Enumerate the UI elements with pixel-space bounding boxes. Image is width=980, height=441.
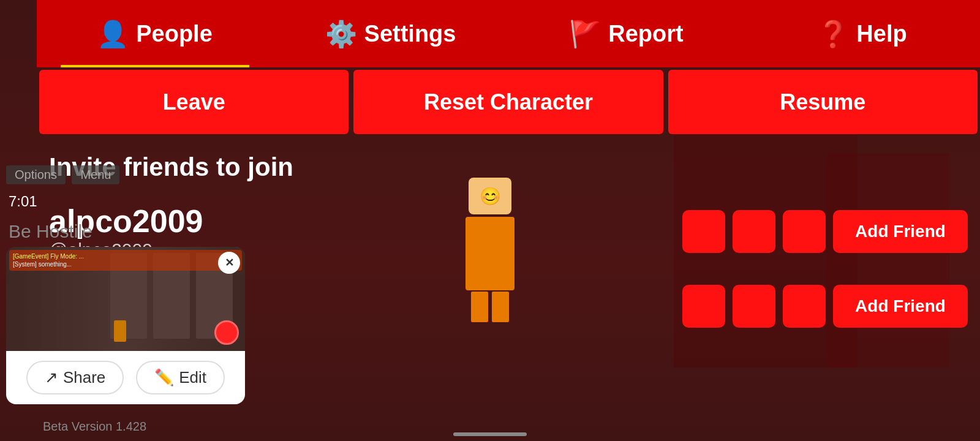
screenshot-actions: ↗ Share ✏️ Edit <box>6 351 245 404</box>
player-actions: Add Friend <box>682 210 968 253</box>
share-icon: ↗ <box>45 368 58 387</box>
edit-button[interactable]: ✏️ Edit <box>136 361 225 394</box>
hostile-label: Be Hostile <box>6 221 123 242</box>
record-button[interactable] <box>214 320 239 345</box>
player-action-btn-3[interactable] <box>783 210 826 253</box>
nav-people-label: People <box>136 21 213 47</box>
edit-label: Edit <box>179 368 206 387</box>
beta-version: Beta Version 1.428 <box>43 420 146 434</box>
invite-text: Invite friends to join <box>49 146 974 188</box>
player-action-btn-2[interactable] <box>733 210 775 253</box>
nav-bar: 👤 People ⚙️ Settings 🚩 Report ❓ Help <box>37 0 980 67</box>
add-friend-button-2[interactable]: Add Friend <box>833 285 968 328</box>
nav-settings[interactable]: ⚙️ Settings <box>273 0 508 67</box>
share-label: Share <box>63 368 105 387</box>
screenshot-close-button[interactable]: ✕ <box>218 252 240 274</box>
screenshot-overlay: [GameEvent] Fly Mode: ... [System] somet… <box>9 250 242 271</box>
screenshot-card: [GameEvent] Fly Mode: ... [System] somet… <box>6 247 245 351</box>
menu-label[interactable]: Menu <box>72 165 119 184</box>
player2-action-btn-3[interactable] <box>783 285 826 328</box>
nav-settings-label: Settings <box>364 21 456 47</box>
nav-report[interactable]: 🚩 Report <box>508 0 744 67</box>
time-label: 7:01 <box>6 193 123 210</box>
screenshot-inner: [GameEvent] Fly Mode: ... [System] somet… <box>6 247 245 351</box>
options-label[interactable]: Options <box>6 165 66 184</box>
nav-people[interactable]: 👤 People <box>37 0 273 67</box>
settings-icon: ⚙️ <box>325 19 357 49</box>
help-icon: ❓ <box>817 19 849 49</box>
action-row: Leave Reset Character Resume <box>37 70 980 134</box>
screenshot-image: [GameEvent] Fly Mode: ... [System] somet… <box>6 247 245 351</box>
resume-button[interactable]: Resume <box>668 70 978 134</box>
screenshot-popup: [GameEvent] Fly Mode: ... [System] somet… <box>6 247 245 404</box>
nav-help[interactable]: ❓ Help <box>744 0 980 67</box>
people-icon: 👤 <box>97 19 129 49</box>
nav-report-label: Report <box>608 21 683 47</box>
player2-action-btn-1[interactable] <box>682 285 725 328</box>
share-button[interactable]: ↗ Share <box>26 361 124 394</box>
player-actions-2: Add Friend <box>682 285 968 328</box>
player-action-btn-1[interactable] <box>682 210 725 253</box>
reset-character-button[interactable]: Reset Character <box>353 70 663 134</box>
bottom-bar <box>453 432 527 436</box>
nav-help-label: Help <box>856 21 907 47</box>
edit-icon: ✏️ <box>154 368 174 387</box>
report-icon: 🚩 <box>569 19 601 49</box>
player2-action-btn-2[interactable] <box>733 285 775 328</box>
player-name: alpco2009 <box>49 203 670 239</box>
add-friend-button-1[interactable]: Add Friend <box>833 210 968 253</box>
leave-button[interactable]: Leave <box>39 70 349 134</box>
